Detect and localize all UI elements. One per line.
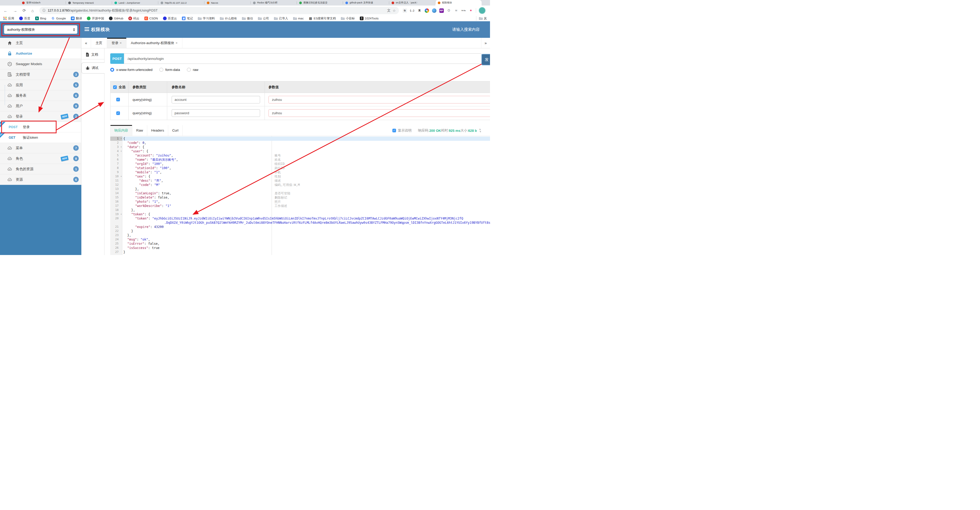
content-type-option[interactable]: form-data: [159, 68, 180, 72]
home-icon[interactable]: ⌂: [32, 8, 34, 13]
sidebar-item-服务表[interactable]: API服务表6: [0, 90, 81, 101]
bookmark-item[interactable]: GGoogle: [51, 16, 66, 20]
collapse-tabs-icon[interactable]: «: [81, 38, 91, 48]
workspace-tab-Authorize-authority-权限模块[interactable]: Authorize-authority-权限模块×: [127, 38, 182, 48]
response-tab-Raw[interactable]: Raw: [132, 125, 147, 136]
show-desc-checkbox[interactable]: ✓: [392, 129, 396, 132]
browser-tab[interactable]: 图像识别()参见法提交: [297, 0, 343, 5]
chevron-icon[interactable]: M: [454, 8, 458, 13]
bookmark-item[interactable]: 微信: [242, 16, 253, 21]
browser-tab[interactable]: Land—JumpServer: [112, 0, 158, 5]
radio-icon[interactable]: [187, 68, 191, 72]
address-bar[interactable]: ⓘ 127.0.0.1:8760/api/gate/doc.html#/auth…: [39, 7, 399, 14]
bookmark-item[interactable]: 小目标: [341, 16, 355, 21]
param-value-input[interactable]: zuihou: [269, 96, 490, 104]
bookmark-star-icon[interactable]: ☆: [393, 9, 396, 13]
workspace-tab-主页[interactable]: 主页: [91, 38, 107, 48]
gitzip-icon[interactable]: Git Zip: [461, 8, 466, 13]
asterisk-icon[interactable]: ✳: [469, 8, 473, 13]
send-button[interactable]: 发: [481, 54, 490, 65]
bookmark-item[interactable]: 学习资料: [198, 16, 215, 21]
bookmark-item[interactable]: CCSDN: [144, 16, 158, 20]
radio-icon[interactable]: [110, 68, 114, 72]
sidebar-item-菜单[interactable]: API菜单7: [0, 143, 81, 153]
fold-arrow-icon[interactable]: ▾: [121, 149, 122, 153]
bookmark-item[interactable]: 译翻译: [71, 16, 82, 21]
bookmark-item[interactable]: bBing: [35, 16, 46, 20]
browser-tab[interactable]: http//9.42.107.111:2: [158, 0, 204, 5]
fold-arrow-icon[interactable]: ▾: [121, 212, 122, 217]
fold-arrow-icon[interactable]: ▾: [121, 137, 122, 141]
translate-icon[interactable]: 文: [387, 8, 391, 13]
bookmark-item[interactable]: ▤ES搜索引擎文档: [309, 16, 336, 21]
bookmark-item[interactable]: 笔记: [182, 16, 193, 21]
browser-tab[interactable]: Temporary Interacti: [66, 0, 112, 5]
bookmark-item[interactable]: 10241024Tools: [360, 16, 379, 20]
braces-icon[interactable]: {…}: [410, 8, 414, 13]
menu-hamburger-icon[interactable]: [84, 27, 89, 32]
param-checkbox[interactable]: ✓: [116, 98, 120, 101]
sidebar-item-登录[interactable]: API登录NEW2: [0, 112, 81, 122]
browser-tab[interactable]: Nacos: [204, 0, 251, 5]
bookmark-item[interactable]: 百度: [19, 16, 30, 21]
nav-调试[interactable]: 调试: [81, 62, 105, 73]
content-type-option[interactable]: x-www-form-urlencoded: [110, 68, 153, 72]
sidebar-item-Authorize[interactable]: Authorize: [0, 48, 81, 59]
param-value-input[interactable]: zuihou: [269, 109, 490, 117]
param-name-input[interactable]: account: [172, 96, 260, 104]
browser-tab[interactable]: Redoc 磁气与分析: [251, 0, 297, 5]
nav-文档[interactable]: 文档: [81, 50, 104, 59]
expand-tabs-icon[interactable]: »: [481, 38, 490, 48]
select-all-checkbox[interactable]: ✓: [113, 85, 117, 89]
bookmark-item[interactable]: 已导入: [274, 16, 288, 21]
browser-tab[interactable]: en文件迁入〈pack〉: [389, 0, 436, 5]
response-tab-响应内容[interactable]: 响应内容: [110, 125, 132, 136]
fullscreen-icon[interactable]: ↖↘: [479, 129, 481, 132]
content-type-option[interactable]: raw: [187, 68, 199, 72]
browser-tab[interactable]: 权限模块: [436, 0, 482, 5]
bookmark-item[interactable]: mac: [293, 16, 304, 20]
response-tab-Curl[interactable]: Curl: [168, 125, 183, 136]
browser-tab[interactable]: 登录/si2dach: [20, 0, 66, 5]
close-tab-icon[interactable]: ×: [120, 41, 122, 45]
sidebar-item-应用[interactable]: API应用5: [0, 80, 81, 90]
sidebar-endpoint-get[interactable]: NEWGET验证token: [0, 132, 81, 143]
param-checkbox[interactable]: ✓: [116, 112, 120, 115]
rp-icon[interactable]: RP: [439, 8, 444, 13]
fold-arrow-icon[interactable]: ▾: [121, 174, 122, 178]
reload-icon[interactable]: ⟳: [22, 8, 26, 13]
browser-tab[interactable]: github-pack 文件快速: [343, 0, 389, 5]
sidebar-item-角色[interactable]: API角色NEW8: [0, 153, 81, 164]
sidebar-item-用户[interactable]: API用户9: [0, 101, 81, 112]
sidebar-item-主页[interactable]: 主页: [0, 38, 81, 48]
bookmark-item[interactable]: 应用: [3, 16, 14, 21]
sidebar-item-Swagger Models[interactable]: Swagger Models: [0, 59, 81, 69]
header-search-input[interactable]: 请输入搜索内容: [452, 27, 480, 32]
response-tab-Headers[interactable]: Headers: [147, 125, 168, 136]
bookmark-item[interactable]: G码云: [128, 16, 139, 21]
ring-icon[interactable]: O: [447, 8, 451, 13]
bookmark-item[interactable]: 百度云: [163, 16, 177, 21]
request-path-input[interactable]: /api/authority/anno/login: [124, 53, 482, 64]
close-tab-icon[interactable]: ×: [176, 41, 178, 45]
bookmark-item[interactable]: 其: [479, 16, 487, 21]
back-icon[interactable]: ←: [4, 8, 8, 13]
radio-icon[interactable]: [159, 68, 163, 72]
sidebar-item-文档管理[interactable]: 文档管理3: [0, 69, 81, 80]
module-select[interactable]: authority-权限模块: [4, 25, 78, 34]
profile-avatar[interactable]: [479, 7, 485, 14]
forward-icon[interactable]: →: [13, 8, 17, 13]
en-translate-icon[interactable]: 英: [417, 8, 422, 13]
page-icon[interactable]: ⧉: [402, 8, 407, 13]
page-info-icon[interactable]: ⓘ: [43, 8, 46, 13]
param-name-input[interactable]: password: [172, 109, 260, 117]
globe-icon[interactable]: [432, 8, 436, 13]
bookmark-item[interactable]: 公司: [258, 16, 269, 21]
workspace-tab-登录[interactable]: 登录×: [107, 38, 127, 48]
sidebar-endpoint-post[interactable]: NEWPOST登录: [0, 122, 81, 132]
fold-arrow-icon[interactable]: ▾: [121, 145, 122, 149]
sidebar-item-角色的资源[interactable]: API角色的资源1: [0, 164, 81, 174]
chrome-icon[interactable]: [425, 8, 429, 13]
bookmark-item[interactable]: 开源中国: [87, 16, 104, 21]
sidebar-item-资源[interactable]: API资源6: [0, 174, 81, 185]
